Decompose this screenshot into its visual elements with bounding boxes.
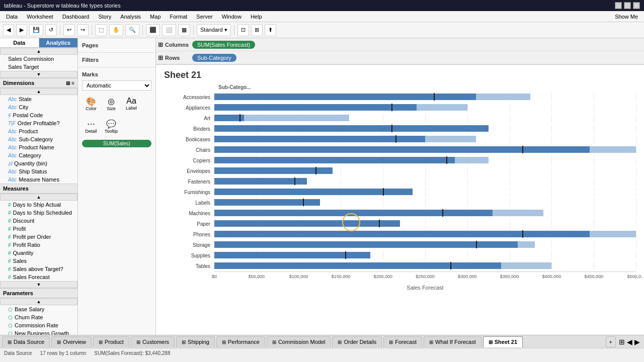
meas-days-actual[interactable]: #Days to Ship Actual [0, 201, 77, 209]
chart2-btn[interactable]: ⬜ [162, 24, 176, 36]
tab-scroll-left-icon[interactable]: ◀ [627, 338, 632, 346]
tab-sheet-21[interactable]: ⊞Sheet 21 [483, 336, 523, 347]
menu-story[interactable]: Story [94, 13, 115, 21]
dim-shipstatus[interactable]: AbcShip Status [0, 167, 77, 175]
sales-target-item[interactable]: Sales Target [0, 63, 77, 71]
dim-productname[interactable]: AbcProduct Name [0, 143, 77, 151]
add-sheet-btn[interactable]: + [606, 336, 616, 347]
tab-overview[interactable]: ⊞Overview [51, 336, 92, 347]
data-tab[interactable]: Data [0, 38, 39, 47]
meas-days-scheduled[interactable]: #Days to Ship Scheduled [0, 209, 77, 217]
param-commission[interactable]: ⬡Commission Rate [0, 321, 77, 329]
tab-product[interactable]: ⊞Product [93, 336, 129, 347]
select-btn[interactable]: ⬚ [95, 24, 107, 36]
back-btn[interactable]: ◀ [3, 24, 14, 36]
scroll-up-meas[interactable]: ▲ [0, 194, 77, 201]
meas-sales[interactable]: #Sales [0, 257, 77, 265]
dim-state[interactable]: AbcState [0, 95, 77, 103]
meas-sales-target[interactable]: #Sales above Target? [0, 265, 77, 273]
close-btn[interactable]: × [633, 2, 640, 9]
menu-server[interactable]: Server [192, 13, 216, 21]
redo-btn[interactable]: ↪ [77, 24, 89, 36]
meas-quantity[interactable]: #Quantity [0, 249, 77, 257]
menu-help[interactable]: Help [247, 13, 266, 21]
tab-commission-model[interactable]: ⊞Commission Model [267, 336, 331, 347]
forward-btn[interactable]: ▶ [16, 24, 27, 36]
analytics-tab[interactable]: Analytics [39, 38, 78, 47]
tab-duplicate-icon[interactable]: ⊞ [619, 338, 625, 346]
chart-row-14: Storage [164, 240, 636, 250]
sales-commission-item[interactable]: Sales Commission [0, 55, 77, 63]
scroll-up-param[interactable]: ▲ [0, 298, 77, 305]
refline-14 [476, 241, 477, 248]
menu-window[interactable]: Window [218, 13, 246, 21]
dimensions-header[interactable]: Dimensions ⊞ ≡ [0, 78, 77, 88]
menu-data[interactable]: Data [2, 13, 22, 21]
columns-pill[interactable]: SUM(Sales Forecast) [192, 41, 255, 49]
tab-data-source[interactable]: ⊞Data Source [2, 336, 50, 347]
marks-size-btn[interactable]: ◎ Size [102, 95, 120, 113]
dim-qtybin[interactable]: ⊟Quantity (bin) [0, 159, 77, 167]
rows-pill[interactable]: Sub-Category [192, 54, 236, 62]
maximize-btn[interactable]: □ [624, 2, 631, 9]
tab-scroll-right-icon[interactable]: ▶ [634, 338, 640, 346]
dim-product[interactable]: AbcProduct [0, 127, 77, 135]
tab-what-if-forecast[interactable]: ⊞What If Forecast [424, 336, 481, 347]
undo-btn[interactable]: ↩ [63, 24, 75, 36]
meas-profit-ratio[interactable]: #Profit Ratio [0, 241, 77, 249]
tab-order-details[interactable]: ⊞Order Details [332, 336, 382, 347]
share-btn[interactable]: ⬆ [265, 24, 276, 36]
tab-forecast[interactable]: ⊞Forecast [383, 336, 422, 347]
param-new-business[interactable]: ⬡New Business Growth [0, 329, 77, 335]
marks-detail-btn[interactable]: ⋯ Detail [82, 117, 100, 136]
refresh-btn[interactable]: ↺ [45, 24, 57, 36]
y-axis-header: Sub-Catego... [218, 84, 251, 90]
dim-postal[interactable]: #Postal Code [0, 111, 77, 119]
chart3-btn[interactable]: ▦ [178, 24, 190, 36]
marks-label-btn[interactable]: Aa Label [122, 95, 140, 113]
menu-dashboard[interactable]: Dashboard [58, 13, 94, 21]
pan-btn[interactable]: ✋ [109, 24, 123, 36]
scroll-down-top[interactable]: ▼ [0, 71, 77, 78]
save-btn[interactable]: 💾 [29, 24, 43, 36]
measures-header[interactable]: Measures [0, 184, 77, 194]
row-label-3: Binders [164, 126, 214, 132]
menu-worksheet[interactable]: Worksheet [23, 13, 57, 21]
meas-profit-order[interactable]: #Profit per Order [0, 233, 77, 241]
param-churn-rate[interactable]: ⬡Churn Rate [0, 313, 77, 321]
menu-format[interactable]: Format [166, 13, 192, 21]
marks-color-btn[interactable]: 🎨 Color [82, 95, 100, 113]
meas-profit[interactable]: #Profit [0, 225, 77, 233]
dim-profitable[interactable]: T|FOrder Profitable? [0, 119, 77, 127]
chart1-btn[interactable]: ⬛ [146, 24, 160, 36]
parameters-header[interactable]: Parameters [0, 288, 77, 298]
fit-btn[interactable]: ⊡ [237, 24, 249, 36]
scroll-down-meas[interactable]: ▼ [0, 281, 77, 288]
meas-discount[interactable]: #Discount [0, 217, 77, 225]
dim-category[interactable]: AbcCategory [0, 151, 77, 159]
show-me-btn[interactable]: Show Me [611, 14, 642, 20]
tab-performance[interactable]: ⊞Performance [216, 336, 265, 347]
dim-subcategory[interactable]: AbcSub-Category [0, 135, 77, 143]
marks-tooltip-btn[interactable]: 💬 Tooltip [102, 117, 120, 136]
dim-city[interactable]: AbcCity [0, 103, 77, 111]
title-bar-controls[interactable]: − □ × [615, 2, 640, 9]
dim-measurenames[interactable]: AbcMeasure Names [0, 175, 77, 184]
standard-dropdown[interactable]: Standard ▾ [197, 24, 231, 36]
meas-sales-forecast[interactable]: #Sales Forecast [0, 273, 77, 281]
zoom-btn[interactable]: 🔍 [125, 24, 139, 36]
menu-analysis[interactable]: Analysis [116, 13, 145, 21]
minimize-btn[interactable]: − [615, 2, 622, 9]
main-layout: Data Analytics ▲ Sales Commission Sales … [0, 38, 644, 335]
marks-dropdown[interactable]: Automatic [82, 80, 151, 90]
view-area[interactable]: Sheet 21 Sub-Catego... AccessoriesApplia… [156, 65, 644, 335]
param-base-salary[interactable]: ⬡Base Salary [0, 305, 77, 313]
marks-sum-pill[interactable]: SUM(Sales) [82, 140, 151, 147]
scroll-up-dim[interactable]: ▲ [0, 88, 77, 95]
forecast-bar-0 [476, 94, 531, 100]
tab-customers[interactable]: ⊞Customers [131, 336, 175, 347]
layout-btn[interactable]: ⊞ [251, 24, 263, 36]
tab-shipping[interactable]: ⊞Shipping [176, 336, 215, 347]
menu-map[interactable]: Map [146, 13, 165, 21]
scroll-up-top[interactable]: ▲ [0, 48, 77, 55]
